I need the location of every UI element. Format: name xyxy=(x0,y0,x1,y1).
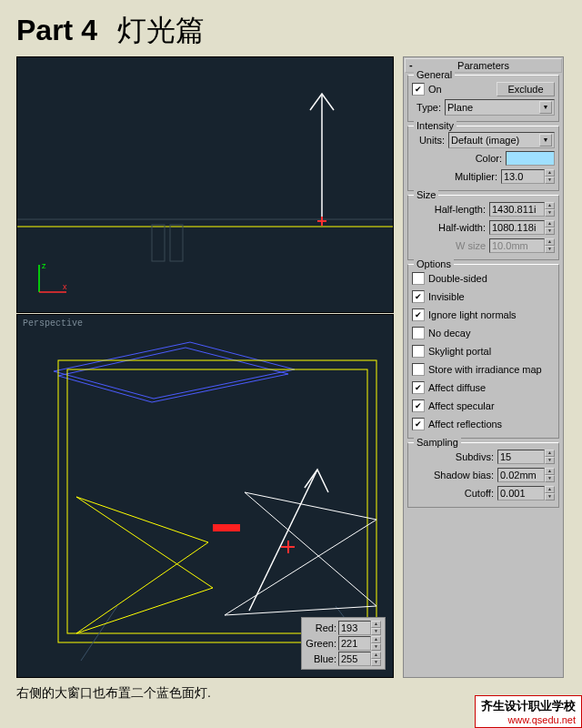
green-input[interactable] xyxy=(338,636,371,651)
multiplier-spinner[interactable]: ▲▼ xyxy=(545,169,555,184)
green-label: Green: xyxy=(306,638,336,649)
rollout-title: Parameters xyxy=(457,60,509,71)
group-intensity: Intensity Units: Default (image)▼ Color:… xyxy=(407,126,559,191)
page-title: Part 4灯光篇 xyxy=(0,0,582,56)
svg-rect-3 xyxy=(170,225,183,261)
red-input[interactable] xyxy=(338,621,371,635)
type-dropdown[interactable]: Plane▼ xyxy=(445,99,555,116)
parameters-panel: -Parameters General ✔ On Exclude Type: P… xyxy=(403,56,564,678)
double-sided-label: Double-sided xyxy=(428,273,487,284)
exclude-button[interactable]: Exclude xyxy=(497,82,555,96)
color-swatch[interactable] xyxy=(506,151,555,166)
title-part: Part 4 xyxy=(16,14,97,46)
footer-line2: www.qsedu.net xyxy=(481,714,576,725)
shadow-bias-spinner[interactable]: ▲▼ xyxy=(545,468,555,482)
affect-specular-label: Affect specular xyxy=(428,400,495,411)
shadow-bias-label: Shadow bias: xyxy=(412,470,494,480)
subdivs-label: Subdivs: xyxy=(412,451,494,462)
svg-rect-11 xyxy=(58,360,376,642)
store-irr-label: Store with irradiance map xyxy=(428,364,542,375)
w-size-spinner: ▲▼ xyxy=(545,238,555,253)
on-label: On xyxy=(428,84,497,95)
chevron-down-icon: ▼ xyxy=(539,134,552,147)
affect-reflections-label: Affect reflections xyxy=(428,419,502,430)
cutoff-spinner[interactable]: ▲▼ xyxy=(545,486,555,500)
affect-diffuse-label: Affect diffuse xyxy=(428,382,486,393)
no-decay-label: No decay xyxy=(428,328,470,339)
subdivs-input[interactable] xyxy=(497,450,545,464)
half-length-input[interactable] xyxy=(489,202,545,217)
half-width-spinner[interactable]: ▲▼ xyxy=(545,220,555,235)
w-size-input xyxy=(489,238,545,253)
svg-line-15 xyxy=(249,470,317,611)
units-dropdown[interactable]: Default (image)▼ xyxy=(448,132,555,148)
skylight-portal-checkbox[interactable] xyxy=(412,345,425,358)
store-irr-checkbox[interactable] xyxy=(412,363,425,376)
units-label: Units: xyxy=(412,135,445,146)
viewport-top[interactable]: z x xyxy=(16,56,394,313)
half-width-label: Half-width: xyxy=(412,222,486,233)
on-checkbox[interactable]: ✔ xyxy=(412,83,425,96)
red-label: Red: xyxy=(306,622,336,633)
no-decay-checkbox[interactable] xyxy=(412,327,425,339)
group-options: Options Double-sided ✔Invisible ✔Ignore … xyxy=(407,264,559,439)
color-label: Color: xyxy=(412,153,502,164)
green-spinner[interactable]: ▲▼ xyxy=(371,636,381,651)
ignore-normals-checkbox[interactable]: ✔ xyxy=(412,308,425,321)
affect-reflections-checkbox[interactable]: ✔ xyxy=(412,418,425,430)
title-cn: 灯光篇 xyxy=(117,14,205,46)
viewport-perspective[interactable]: Perspective Red:▲▼ Green:▲▼ Blue:▲▼ xyxy=(16,314,394,678)
half-length-label: Half-length: xyxy=(412,204,486,215)
affect-specular-checkbox[interactable]: ✔ xyxy=(412,399,425,412)
half-width-input[interactable] xyxy=(489,220,545,235)
svg-text:x: x xyxy=(63,282,67,291)
blue-input[interactable] xyxy=(338,652,371,666)
group-title-sampling: Sampling xyxy=(414,437,461,448)
svg-rect-16 xyxy=(213,524,240,531)
w-size-label: W size xyxy=(412,240,486,251)
type-label: Type: xyxy=(412,102,441,113)
group-sampling: Sampling Subdivs:▲▼ Shadow bias:▲▼ Cutof… xyxy=(407,442,559,508)
multiplier-input[interactable] xyxy=(501,169,545,184)
invisible-checkbox[interactable]: ✔ xyxy=(412,290,425,303)
footer-watermark: 齐生设计职业学校 www.qsedu.net xyxy=(475,695,582,728)
group-general: General ✔ On Exclude Type: Plane▼ xyxy=(407,75,559,122)
subdivs-spinner[interactable]: ▲▼ xyxy=(545,450,555,464)
group-size: Size Half-length:▲▼ Half-width:▲▼ W size… xyxy=(407,195,559,260)
group-title-general: General xyxy=(414,69,455,80)
half-length-spinner[interactable]: ▲▼ xyxy=(545,202,555,217)
viewports: z x Perspective xyxy=(16,56,394,678)
svg-text:z: z xyxy=(42,261,46,270)
red-spinner[interactable]: ▲▼ xyxy=(371,621,381,635)
shadow-bias-input[interactable] xyxy=(497,468,545,482)
invisible-label: Invisible xyxy=(428,291,465,302)
axis-gizmo: z x xyxy=(35,259,72,296)
blue-spinner[interactable]: ▲▼ xyxy=(371,652,381,666)
svg-rect-2 xyxy=(152,225,165,261)
collapse-icon[interactable]: - xyxy=(409,59,413,70)
group-title-options: Options xyxy=(414,258,454,269)
group-title-intensity: Intensity xyxy=(414,120,457,131)
group-title-size: Size xyxy=(414,189,438,200)
chevron-down-icon: ▼ xyxy=(539,101,552,114)
affect-diffuse-checkbox[interactable]: ✔ xyxy=(412,381,425,394)
rgb-panel: Red:▲▼ Green:▲▼ Blue:▲▼ xyxy=(301,617,386,670)
cutoff-label: Cutoff: xyxy=(412,488,494,499)
svg-rect-12 xyxy=(67,369,367,633)
skylight-portal-label: Skylight portal xyxy=(428,346,491,357)
cutoff-input[interactable] xyxy=(497,486,545,500)
blue-label: Blue: xyxy=(306,653,336,664)
ignore-normals-label: Ignore light normals xyxy=(428,309,517,320)
multiplier-label: Multiplier: xyxy=(412,171,497,182)
double-sided-checkbox[interactable] xyxy=(412,272,425,285)
footer-line1: 齐生设计职业学校 xyxy=(481,698,576,714)
